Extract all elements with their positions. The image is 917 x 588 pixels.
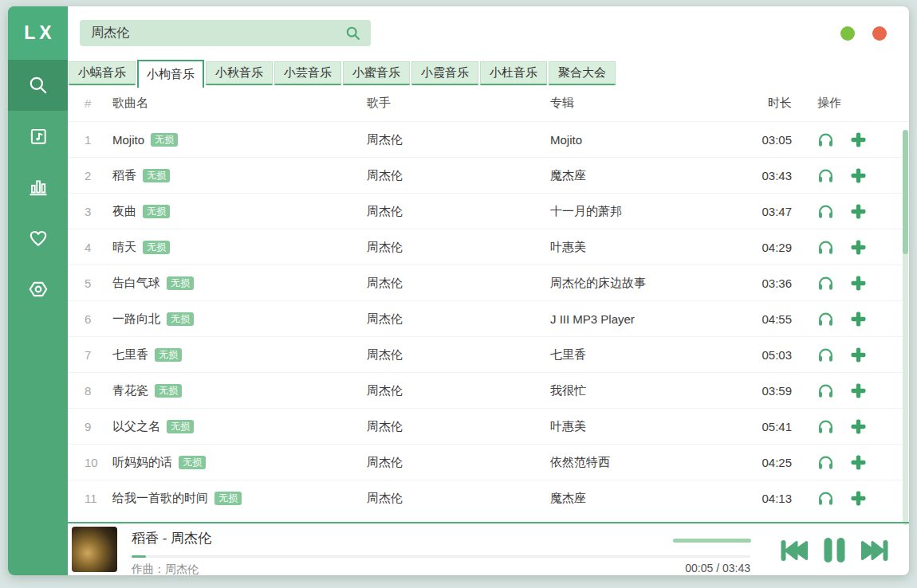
song-duration: 04:55 [742, 312, 813, 326]
source-tab[interactable]: 小芸音乐 [274, 61, 341, 85]
table-header: # 歌曲名 歌手 专辑 时长 操作 [68, 85, 909, 121]
song-index: 11 [68, 492, 112, 505]
listen-button[interactable] [817, 419, 834, 434]
listen-button[interactable] [817, 312, 834, 327]
song-album: 七里香 [550, 347, 742, 363]
add-to-list-button[interactable] [851, 312, 866, 327]
lossless-badge: 无损 [151, 133, 178, 147]
app-logo: LX [8, 6, 68, 60]
next-button[interactable] [860, 539, 889, 563]
lossless-badge: 无损 [214, 492, 242, 505]
sidebar-item-favorites[interactable] [8, 213, 68, 264]
app-window: LX [8, 6, 909, 575]
minimize-button[interactable] [840, 26, 855, 41]
add-to-list-button[interactable] [851, 455, 866, 470]
song-row[interactable]: 7 七里香 无损 周杰伦 七里香 05:03 [68, 336, 909, 372]
song-list: 1 Mojito 无损 周杰伦 Mojito 03:05 [68, 121, 909, 522]
lossless-badge: 无损 [167, 420, 194, 433]
song-duration: 04:29 [742, 241, 813, 254]
song-index: 5 [68, 276, 112, 290]
add-to-list-button[interactable] [851, 168, 866, 183]
source-tab[interactable]: 小蜜音乐 [343, 61, 410, 85]
sidebar-item-settings[interactable] [8, 264, 68, 315]
song-row[interactable]: 1 Mojito 无损 周杰伦 Mojito 03:05 [68, 121, 909, 157]
song-index: 10 [68, 456, 112, 469]
add-to-list-button[interactable] [851, 204, 866, 219]
song-row[interactable]: 8 青花瓷 无损 周杰伦 我很忙 03:59 [68, 372, 909, 408]
close-button[interactable] [872, 26, 887, 41]
bar-chart-icon [28, 177, 49, 198]
song-row[interactable]: 4 晴天 无损 周杰伦 叶惠美 04:29 [68, 229, 909, 265]
song-duration: 05:41 [742, 420, 813, 433]
add-to-list-button[interactable] [851, 347, 866, 363]
search-box[interactable] [80, 20, 371, 46]
listen-button[interactable] [817, 491, 834, 506]
source-tab[interactable]: 小霞音乐 [411, 61, 478, 85]
header-duration: 时长 [742, 96, 813, 111]
add-to-list-button[interactable] [851, 419, 866, 434]
volume-bar[interactable] [673, 539, 751, 543]
song-row[interactable]: 9 以父之名 无损 周杰伦 叶惠美 05:41 [68, 408, 909, 444]
lossless-badge: 无损 [143, 169, 170, 182]
header-name: 歌曲名 [112, 96, 367, 111]
tab-label: 小枸音乐 [147, 67, 195, 82]
settings-icon [28, 279, 49, 300]
song-album: 十一月的萧邦 [550, 204, 742, 219]
sidebar-item-leaderboard[interactable] [8, 162, 68, 213]
source-tab[interactable]: 小杜音乐 [480, 61, 547, 85]
song-artist: 周杰伦 [367, 347, 550, 363]
song-row[interactable]: 10 听妈妈的话 无损 周杰伦 依然范特西 04:25 [68, 444, 909, 480]
listen-button[interactable] [817, 276, 834, 291]
progress-bar[interactable] [132, 555, 750, 558]
song-row[interactable]: 2 稻香 无损 周杰伦 魔杰座 03:43 [68, 157, 909, 193]
previous-button[interactable] [780, 539, 809, 563]
listen-button[interactable] [817, 168, 834, 183]
song-duration: 03:59 [742, 384, 813, 398]
tab-label: 小芸音乐 [284, 65, 332, 80]
song-index: 4 [68, 241, 112, 254]
tab-label: 小蜜音乐 [352, 65, 400, 80]
listen-button[interactable] [817, 132, 834, 147]
song-title: Mojito [112, 133, 144, 147]
search-input[interactable] [91, 26, 344, 41]
add-to-list-button[interactable] [851, 132, 866, 147]
pause-button[interactable] [823, 537, 846, 563]
song-row[interactable]: 3 夜曲 无损 周杰伦 十一月的萧邦 03:47 [68, 193, 909, 229]
song-album: 依然范特西 [550, 455, 742, 470]
search-submit-icon[interactable] [344, 25, 361, 41]
source-tab[interactable]: 聚合大会 [549, 61, 616, 85]
music-list-icon [28, 126, 49, 147]
add-to-list-button[interactable] [851, 276, 866, 291]
song-artist: 周杰伦 [367, 419, 550, 434]
tab-label: 小杜音乐 [490, 65, 537, 80]
top-bar [68, 6, 909, 60]
song-title: 晴天 [112, 240, 136, 255]
song-index: 6 [68, 312, 112, 326]
add-to-list-button[interactable] [851, 491, 866, 506]
song-title: 告白气球 [112, 276, 160, 291]
song-row[interactable]: 6 一路向北 无损 周杰伦 J III MP3 Player 04:55 [68, 300, 909, 336]
song-album: Mojito [550, 133, 742, 147]
listen-button[interactable] [817, 347, 834, 363]
add-to-list-button[interactable] [851, 383, 866, 398]
listen-button[interactable] [817, 455, 834, 470]
song-row[interactable]: 5 告白气球 无损 周杰伦 周杰伦的床边故事 03:36 [68, 265, 909, 300]
lossless-badge: 无损 [155, 348, 182, 362]
source-tab[interactable]: 小秋音乐 [206, 61, 273, 85]
add-to-list-button[interactable] [851, 240, 866, 255]
song-title: 青花瓷 [112, 383, 148, 398]
listen-button[interactable] [817, 204, 834, 219]
song-row[interactable]: 11 给我一首歌的时间 无损 周杰伦 魔杰座 04:13 [68, 480, 909, 515]
scrollbar-thumb[interactable] [903, 130, 908, 254]
song-album: 魔杰座 [550, 168, 742, 183]
listen-button[interactable] [817, 240, 834, 255]
sidebar-item-songlist[interactable] [8, 111, 68, 162]
progress-fill [132, 555, 146, 558]
sidebar-item-search[interactable] [8, 60, 68, 111]
source-tab[interactable]: 小枸音乐 [137, 60, 204, 88]
listen-button[interactable] [817, 383, 834, 398]
album-art[interactable] [72, 527, 117, 572]
song-index: 7 [68, 348, 112, 362]
source-tab[interactable]: 小蜗音乐 [69, 61, 136, 85]
song-artist: 周杰伦 [367, 276, 550, 291]
